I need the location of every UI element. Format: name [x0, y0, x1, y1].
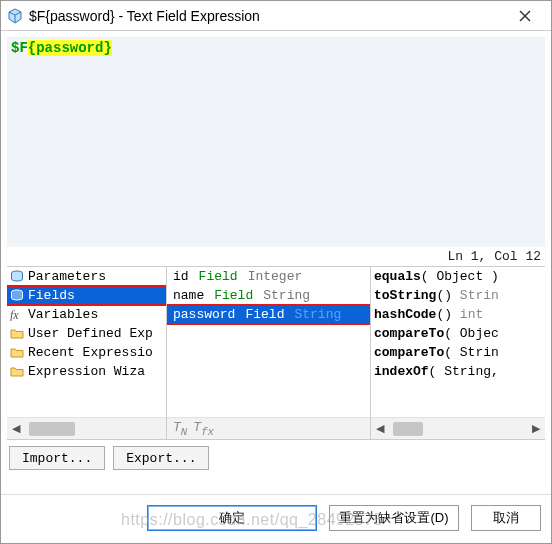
method-row[interactable]: compareTo( Objec — [374, 324, 542, 343]
method-sig: ( String, — [429, 364, 499, 379]
field-type: String — [263, 288, 310, 303]
folder-icon — [10, 327, 24, 340]
scroll-thumb[interactable] — [393, 422, 423, 436]
field-name: name — [173, 288, 204, 303]
method-return: Strin — [452, 288, 499, 303]
field-keyword: Field — [245, 307, 284, 322]
field-type: String — [294, 307, 341, 322]
method-row[interactable]: toString() Strin — [374, 286, 542, 305]
method-sig: () — [436, 307, 452, 322]
hscrollbar[interactable]: ◀ — [7, 417, 166, 439]
editor-token-prefix: $F — [11, 40, 28, 56]
tool-icon[interactable]: TN — [173, 420, 187, 438]
method-row[interactable]: compareTo( Strin — [374, 343, 542, 362]
close-button[interactable] — [505, 2, 545, 30]
method-sig: ( Object ) — [421, 269, 499, 284]
category-label: Parameters — [28, 269, 106, 284]
method-sig: ( Objec — [444, 326, 499, 341]
category-item[interactable]: Recent Expressio — [7, 343, 166, 362]
method-name: indexOf — [374, 364, 429, 379]
scroll-left-icon[interactable]: ◀ — [373, 421, 387, 437]
field-row[interactable]: name Field String — [167, 286, 370, 305]
category-item[interactable]: User Defined Exp — [7, 324, 166, 343]
method-sig: ( Strin — [444, 345, 499, 360]
fields-toolbar: TN Tfx — [167, 417, 370, 439]
reset-button[interactable]: 重置为缺省设置(D) — [329, 505, 459, 531]
category-item[interactable]: Fields — [7, 286, 166, 305]
scroll-left-icon[interactable]: ◀ — [9, 421, 23, 437]
field-row[interactable]: password Field String — [167, 305, 370, 324]
window-title: $F{password} - Text Field Expression — [29, 8, 505, 24]
fields-list[interactable]: id Field Integername Field Stringpasswor… — [167, 267, 370, 417]
category-label: Variables — [28, 307, 98, 322]
field-type: Integer — [248, 269, 303, 284]
method-name: compareTo — [374, 345, 444, 360]
hscrollbar-right[interactable]: ◀ ▶ — [371, 417, 545, 439]
svg-text:fx: fx — [10, 308, 19, 321]
scroll-right-icon[interactable]: ▶ — [529, 421, 543, 437]
category-pane: ParametersFieldsfxVariablesUser Defined … — [7, 267, 167, 439]
cursor-status: Ln 1, Col 12 — [7, 247, 545, 266]
editor-token-variable: {password} — [28, 40, 112, 56]
io-button-row: Import... Export... — [7, 440, 545, 476]
category-item[interactable]: Parameters — [7, 267, 166, 286]
fields-pane: id Field Integername Field Stringpasswor… — [167, 267, 371, 439]
dialog-buttonbar: 确定 重置为缺省设置(D) 取消 — [1, 494, 551, 543]
method-name: hashCode — [374, 307, 436, 322]
category-label: Expression Wiza — [28, 364, 145, 379]
picker-panels: ParametersFieldsfxVariablesUser Defined … — [7, 266, 545, 440]
db-icon — [10, 270, 24, 283]
method-row[interactable]: equals( Object ) — [374, 267, 542, 286]
app-cube-icon — [7, 8, 23, 24]
dialog-window: $F{password} - Text Field Expression $F{… — [0, 0, 552, 544]
category-label: Recent Expressio — [28, 345, 153, 360]
method-sig: () — [436, 288, 452, 303]
titlebar: $F{password} - Text Field Expression — [1, 1, 551, 31]
import-button[interactable]: Import... — [9, 446, 105, 470]
ok-button[interactable]: 确定 — [147, 505, 317, 531]
dialog-content: $F{password} Ln 1, Col 12 ParametersFiel… — [1, 31, 551, 494]
method-return: int — [452, 307, 483, 322]
method-name: equals — [374, 269, 421, 284]
field-keyword: Field — [199, 269, 238, 284]
methods-list[interactable]: equals( Object )toString() StrinhashCode… — [371, 267, 545, 417]
db-icon — [10, 289, 24, 302]
export-button[interactable]: Export... — [113, 446, 209, 470]
scroll-thumb[interactable] — [29, 422, 75, 436]
method-name: toString — [374, 288, 436, 303]
expression-editor[interactable]: $F{password} — [7, 37, 545, 247]
folder-icon — [10, 365, 24, 378]
fx-icon: fx — [10, 308, 24, 321]
field-row[interactable]: id Field Integer — [167, 267, 370, 286]
category-label: Fields — [28, 288, 75, 303]
field-name: id — [173, 269, 189, 284]
category-list[interactable]: ParametersFieldsfxVariablesUser Defined … — [7, 267, 166, 417]
field-keyword: Field — [214, 288, 253, 303]
category-item[interactable]: Expression Wiza — [7, 362, 166, 381]
method-name: compareTo — [374, 326, 444, 341]
method-row[interactable]: indexOf( String, — [374, 362, 542, 381]
methods-pane: equals( Object )toString() StrinhashCode… — [371, 267, 545, 439]
method-row[interactable]: hashCode() int — [374, 305, 542, 324]
field-name: password — [173, 307, 235, 322]
category-label: User Defined Exp — [28, 326, 153, 341]
cancel-button[interactable]: 取消 — [471, 505, 541, 531]
category-item[interactable]: fxVariables — [7, 305, 166, 324]
folder-icon — [10, 346, 24, 359]
tool-fx-icon[interactable]: Tfx — [193, 420, 214, 438]
